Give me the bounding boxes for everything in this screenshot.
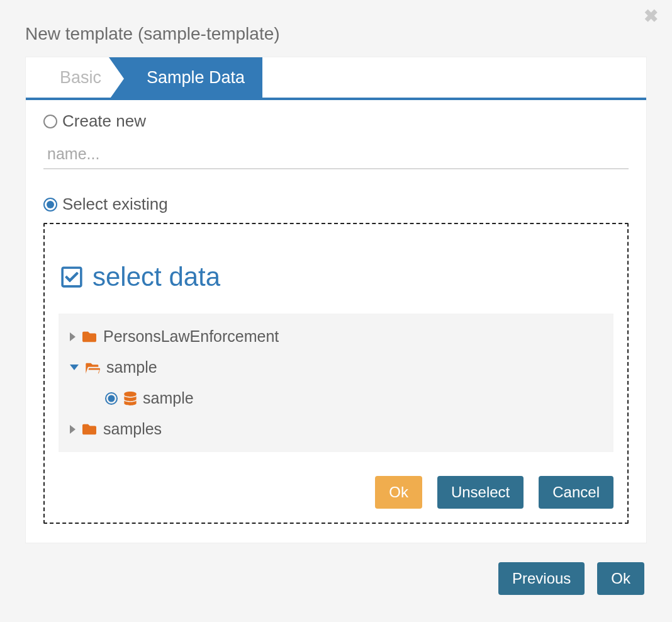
tab-basic[interactable]: Basic [37, 57, 118, 98]
tree-label: PersonsLawEnforcement [103, 327, 279, 346]
caret-right-icon [70, 332, 76, 341]
tab-sample-data-label: Sample Data [147, 68, 245, 88]
tree-item-persons[interactable]: PersonsLawEnforcement [70, 321, 606, 352]
radio-selected-icon [43, 198, 57, 212]
radio-selected-icon [105, 392, 118, 405]
select-data-buttons: Ok Unselect Cancel [59, 476, 613, 509]
caret-right-icon [70, 425, 76, 434]
check-square-icon [60, 265, 84, 289]
tab-sample-data[interactable]: Sample Data [124, 57, 261, 98]
close-icon[interactable]: ✖ [644, 8, 658, 25]
unselect-button[interactable]: Unselect [437, 476, 524, 509]
tree-label: samples [103, 420, 162, 438]
select-data-panel: select data PersonsLawEnforcement sample [43, 223, 629, 524]
previous-button[interactable]: Previous [498, 562, 585, 595]
data-tree: PersonsLawEnforcement sample sample [59, 314, 613, 452]
tree-label: sample [106, 358, 157, 376]
database-icon [124, 392, 137, 405]
option-select-existing[interactable]: Select existing [43, 195, 629, 214]
create-new-label: Create new [62, 111, 146, 131]
select-data-title: select data [59, 262, 613, 292]
wizard-tabs: Basic Sample Data [26, 57, 646, 100]
radio-unselected-icon [43, 115, 57, 128]
folder-icon [82, 330, 97, 344]
caret-down-icon [70, 365, 79, 370]
ok-button-inner[interactable]: Ok [375, 476, 422, 509]
folder-open-icon [85, 361, 100, 375]
folder-icon [82, 422, 97, 436]
select-existing-label: Select existing [62, 195, 168, 214]
select-data-title-text: select data [92, 262, 220, 292]
tree-item-sample[interactable]: sample [70, 352, 606, 383]
cancel-button[interactable]: Cancel [539, 476, 613, 509]
name-input[interactable] [43, 139, 629, 169]
dialog-footer: Previous Ok [25, 562, 647, 595]
tree-item-sample-child[interactable]: sample [70, 383, 606, 414]
tree-item-samples[interactable]: samples [70, 414, 606, 444]
tab-basic-label: Basic [60, 68, 101, 88]
ok-button[interactable]: Ok [597, 562, 644, 595]
dialog-title: New template (sample-template) [25, 24, 647, 44]
option-create-new[interactable]: Create new [43, 111, 629, 131]
tree-label: sample [143, 389, 194, 407]
dialog-panel: Basic Sample Data Create new Select exis… [25, 57, 647, 543]
